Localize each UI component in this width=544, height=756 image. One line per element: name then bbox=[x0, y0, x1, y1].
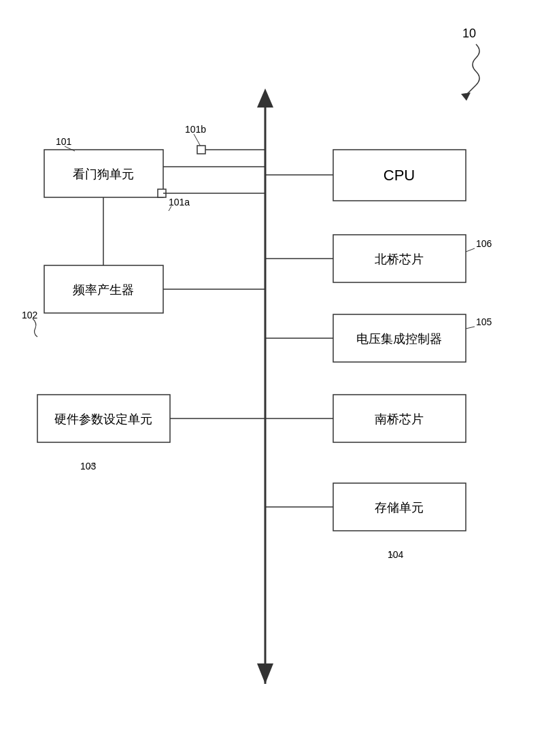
ref-104: 104 bbox=[388, 549, 404, 560]
ref-101: 101 bbox=[56, 136, 72, 147]
memory-label: 存储单元 bbox=[375, 501, 424, 514]
diagram-container: 10 看门狗单元 101 101b 101a 频率产生器 102 硬件参数设定单… bbox=[0, 0, 544, 756]
ref-103: 103 bbox=[80, 461, 97, 472]
squiggle-arrowhead bbox=[461, 93, 471, 101]
hw-param-label: 硬件参数设定单元 bbox=[54, 412, 152, 426]
ref-10: 10 bbox=[462, 27, 476, 40]
voltage-ctrl-label: 电压集成控制器 bbox=[356, 332, 442, 346]
ref-101a: 101a bbox=[169, 197, 190, 208]
south-bridge-label: 南桥芯片 bbox=[375, 412, 424, 426]
ref-101b-line bbox=[194, 134, 201, 146]
ref-102: 102 bbox=[22, 310, 38, 321]
bus-arrow-up bbox=[257, 88, 273, 108]
ref-106-line bbox=[466, 248, 475, 252]
symbol-101b bbox=[197, 146, 205, 154]
ref-105-line bbox=[466, 327, 475, 329]
ref-106: 106 bbox=[476, 238, 492, 249]
squiggle-arrow bbox=[466, 44, 479, 95]
ref-105: 105 bbox=[476, 316, 492, 327]
cpu-label: CPU bbox=[384, 167, 415, 184]
ref-102-squiggle bbox=[33, 318, 37, 337]
freq-gen-label: 频率产生器 bbox=[73, 283, 134, 297]
watchdog-label: 看门狗单元 bbox=[73, 167, 134, 181]
north-bridge-label: 北桥芯片 bbox=[375, 252, 424, 266]
ref-101b: 101b bbox=[185, 124, 206, 135]
